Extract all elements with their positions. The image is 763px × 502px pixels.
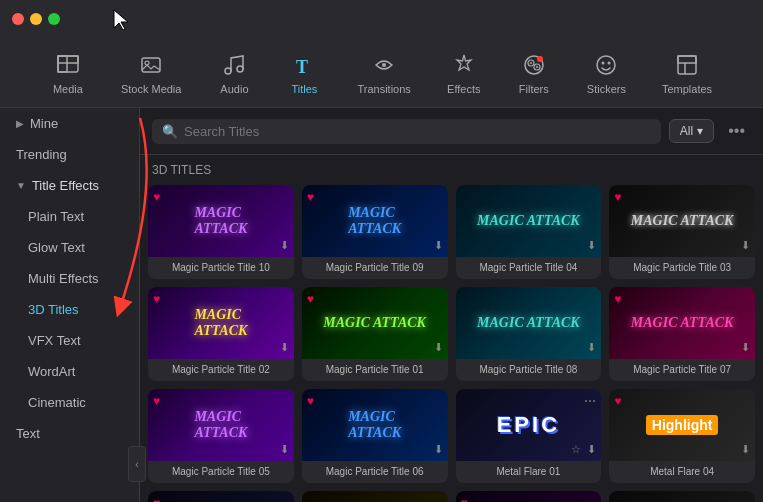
search-input-wrap[interactable]: 🔍 <box>152 119 661 144</box>
toolbar-item-titles[interactable]: T Titles <box>269 43 339 103</box>
thumb-text: MAGICATTACK <box>194 205 247 237</box>
search-icon: 🔍 <box>162 124 178 139</box>
grid-label-mpt06: Magic Particle Title 06 <box>302 461 448 483</box>
thumb-text: MAGICATTACK <box>348 409 401 441</box>
grid-item-mpt01[interactable]: ♥ MAGIC ATTACK ⬇ Magic Particle Title 01 <box>302 287 448 381</box>
star-icon[interactable]: ☆ <box>571 443 581 456</box>
grid-item-mpt09[interactable]: ♥ MAGICATTACK ⬇ Magic Particle Title 09 <box>302 185 448 279</box>
download-icon[interactable]: ⬇ <box>587 341 596 354</box>
mine-arrow-icon: ▶ <box>16 118 24 129</box>
download-icon[interactable]: ⬇ <box>434 443 443 456</box>
download-icon[interactable]: ⬇ <box>741 443 750 456</box>
sidebar-item-text[interactable]: Text <box>0 418 139 449</box>
sidebar-item-glow-text[interactable]: Glow Text <box>0 232 139 263</box>
toolbar-item-audio[interactable]: Audio <box>199 43 269 103</box>
sidebar-item-vfx-text[interactable]: VFX Text <box>0 325 139 356</box>
sidebar-item-title-effects[interactable]: ▼ Title Effects <box>0 170 139 201</box>
mine-label: Mine <box>30 116 58 131</box>
download-icon[interactable]: ⬇ <box>741 341 750 354</box>
content-area: 🔍 All ▾ ••• 3D TITLES ♥ MAGICATTACK <box>140 108 763 502</box>
grid-label-mpt10: Magic Particle Title 10 <box>148 257 294 279</box>
sidebar-item-multi-effects[interactable]: Multi Effects <box>0 263 139 294</box>
sidebar-item-3d-titles[interactable]: 3D Titles <box>0 294 139 325</box>
grid-item-goldenflare[interactable]: Golden Flare ⬇ Golden Flare <box>302 491 448 502</box>
heart-icon: ♥ <box>461 496 468 502</box>
grid-label-mpt03: Magic Particle Title 03 <box>609 257 755 279</box>
grid-item-mpt02[interactable]: ♥ MAGICATTACK ⬇ Magic Particle Title 02 <box>148 287 294 381</box>
grid-thumb-mpt05: ♥ MAGICATTACK ⬇ <box>148 389 294 461</box>
svg-point-12 <box>530 62 532 64</box>
download-icon[interactable]: ⬇ <box>587 443 596 456</box>
svg-point-5 <box>225 68 231 74</box>
download-icon[interactable]: ⬇ <box>741 239 750 252</box>
filter-button[interactable]: All ▾ <box>669 119 714 143</box>
svg-text:T: T <box>296 57 308 77</box>
grid-label-mf04: Metal Flare 04 <box>609 461 755 483</box>
traffic-lights <box>12 13 60 25</box>
titles-label: Titles <box>292 83 318 95</box>
toolbar-item-transitions[interactable]: Transitions <box>339 43 428 103</box>
toolbar-item-stock-media[interactable]: Stock Media <box>103 43 200 103</box>
thumb-text: MAGIC ATTACK <box>631 213 734 229</box>
grid-item-pixelflare[interactable]: ♥ PixelFlare ⬇ Pixel Flare <box>456 491 602 502</box>
audio-icon <box>220 51 248 79</box>
download-icon[interactable]: ⬇ <box>434 239 443 252</box>
toolbar-item-stickers[interactable]: Stickers <box>569 43 644 103</box>
heart-icon: ♥ <box>153 496 160 502</box>
filters-label: Filters <box>519 83 549 95</box>
grid-item-mpt06[interactable]: ♥ MAGICATTACK ⬇ Magic Particle Title 06 <box>302 389 448 483</box>
effects-icon <box>450 51 478 79</box>
more-icon[interactable]: ⋯ <box>584 394 596 408</box>
svg-point-6 <box>237 66 243 72</box>
grid-thumb-mpt08: MAGIC ATTACK ⬇ <box>456 287 602 359</box>
grid-thumb-goldenflare: Golden Flare ⬇ <box>302 491 448 502</box>
grid-item-mpt08[interactable]: MAGIC ATTACK ⬇ Magic Particle Title 08 <box>456 287 602 381</box>
svg-point-16 <box>602 61 605 64</box>
grid-label-mf01: Metal Flare 01 <box>456 461 602 483</box>
toolbar-item-filters[interactable]: Filters <box>499 43 569 103</box>
more-options-button[interactable]: ••• <box>722 118 751 144</box>
grid-item-mpt05[interactable]: ♥ MAGICATTACK ⬇ Magic Particle Title 05 <box>148 389 294 483</box>
grid-container: ♥ MAGICATTACK ⬇ Magic Particle Title 10 … <box>140 181 763 502</box>
toolbar-item-templates[interactable]: Templates <box>644 43 730 103</box>
thumb-text: MAGICATTACK <box>348 205 401 237</box>
grid-item-mpt04[interactable]: MAGIC ATTACK ⬇ Magic Particle Title 04 <box>456 185 602 279</box>
grid-item-mf01[interactable]: ⋯ EPIC ☆ ⬇ Metal Flare 01 <box>456 389 602 483</box>
sidebar-collapse-button[interactable]: ‹ <box>128 446 146 482</box>
thumb-text: MAGIC ATTACK <box>323 315 426 331</box>
svg-rect-2 <box>58 56 78 63</box>
grid-item-mpt03[interactable]: ♥ MAGIC ATTACK ⬇ Magic Particle Title 03 <box>609 185 755 279</box>
grid-item-mpt07[interactable]: ♥ MAGIC ATTACK ⬇ Magic Particle Title 07 <box>609 287 755 381</box>
sidebar-item-cinematic[interactable]: Cinematic <box>0 387 139 418</box>
grid-thumb-mf01: ⋯ EPIC ☆ ⬇ <box>456 389 602 461</box>
grid-thumb-mpt06: ♥ MAGICATTACK ⬇ <box>302 389 448 461</box>
search-input[interactable] <box>184 124 651 139</box>
sidebar-item-plain-text[interactable]: Plain Text <box>0 201 139 232</box>
grid-thumb-mpt03: ♥ MAGIC ATTACK ⬇ <box>609 185 755 257</box>
grid-item-mf04[interactable]: ♥ Highlight ⬇ Metal Flare 04 <box>609 389 755 483</box>
grid-item-game[interactable]: GAME ⬇ Game <box>609 491 755 502</box>
thumb-text: EPIC <box>497 412 560 438</box>
minimize-button[interactable] <box>30 13 42 25</box>
close-button[interactable] <box>12 13 24 25</box>
download-icon[interactable]: ⬇ <box>280 443 289 456</box>
more-options-icon: ••• <box>728 122 745 139</box>
toolbar-item-effects[interactable]: Effects <box>429 43 499 103</box>
grid-item-mpt10[interactable]: ♥ MAGICATTACK ⬇ Magic Particle Title 10 <box>148 185 294 279</box>
fullscreen-button[interactable] <box>48 13 60 25</box>
sidebar-item-trending[interactable]: Trending <box>0 139 139 170</box>
multi-effects-label: Multi Effects <box>28 271 99 286</box>
grid-item-stardust[interactable]: ♥ Star Dust ⬇ Star Dust <box>148 491 294 502</box>
download-icon[interactable]: ⬇ <box>280 239 289 252</box>
download-icon[interactable]: ⬇ <box>434 341 443 354</box>
search-bar: 🔍 All ▾ ••• <box>140 108 763 155</box>
sidebar-item-mine[interactable]: ▶ Mine <box>0 108 139 139</box>
download-icon[interactable]: ⬇ <box>280 341 289 354</box>
section-label: 3D TITLES <box>140 155 763 181</box>
grid-label-mpt08: Magic Particle Title 08 <box>456 359 602 381</box>
toolbar-item-media[interactable]: Media <box>33 43 103 103</box>
svg-rect-3 <box>142 58 160 72</box>
sidebar-item-wordart[interactable]: WordArt <box>0 356 139 387</box>
download-icon[interactable]: ⬇ <box>587 239 596 252</box>
glow-text-label: Glow Text <box>28 240 85 255</box>
